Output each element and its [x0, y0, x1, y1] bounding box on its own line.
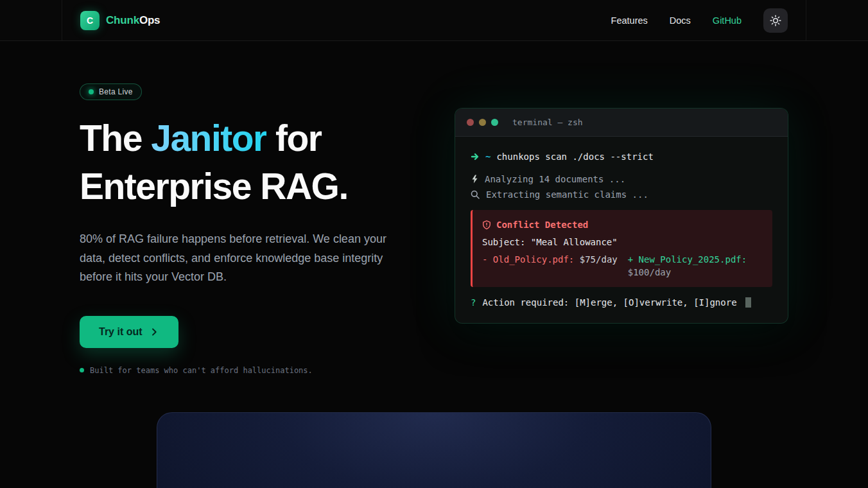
close-window-icon[interactable] — [467, 119, 474, 126]
conflict-title-row: Conflict Detected — [482, 218, 763, 231]
diff-added: + New_Policy_2025.pdf: $100/day — [628, 253, 754, 279]
nav-links: Features Docs GitHub — [611, 8, 788, 33]
terminal-window: terminal — zsh ~ chunkops scan ./docs --… — [455, 108, 788, 324]
terminal-cursor — [745, 297, 751, 308]
search-icon — [471, 190, 480, 199]
diff-removed-value: $75/day — [580, 254, 618, 265]
prompt-arrow-icon — [471, 153, 480, 161]
nav-container: C ChunkOps Features Docs GitHub — [62, 0, 806, 40]
title-pre: The — [80, 118, 151, 159]
action-text: Action required: [M]erge, [O]verwrite, [… — [482, 296, 736, 309]
analyzing-text: Analyzing 14 documents ... — [485, 173, 625, 186]
nav-link-features[interactable]: Features — [611, 15, 648, 26]
navbar: C ChunkOps Features Docs GitHub — [0, 0, 868, 41]
try-it-out-button[interactable]: Try it out — [80, 316, 178, 348]
conflict-title: Conflict Detected — [496, 218, 588, 231]
logo-letter: C — [87, 15, 93, 26]
sun-icon — [770, 15, 781, 26]
beta-live-dot-icon — [89, 89, 94, 94]
brand-name: ChunkOps — [106, 14, 160, 27]
brand-name-secondary: Ops — [139, 14, 160, 26]
diff-removed: - Old_Policy.pdf: $75/day — [482, 253, 618, 266]
nav-link-github[interactable]: GitHub — [713, 15, 742, 26]
hero-description: 80% of RAG failure happens before retrie… — [80, 230, 401, 286]
title-highlight: Janitor — [151, 118, 266, 159]
tagline-dot-icon — [80, 368, 84, 372]
prompt-path: ~ — [485, 150, 490, 163]
action-required-line: ? Action required: [M]erge, [O]verwrite,… — [471, 296, 772, 309]
minimize-window-icon[interactable] — [479, 119, 486, 126]
cta-label: Try it out — [99, 326, 143, 338]
hero-section: Beta Live The Janitor for Enterprise RAG… — [80, 83, 788, 375]
conflict-subject: Subject: "Meal Allowance" — [482, 236, 763, 248]
beta-badge-label: Beta Live — [99, 87, 133, 96]
theme-toggle-button[interactable] — [763, 8, 788, 33]
conflict-alert: Conflict Detected Subject: "Meal Allowan… — [471, 210, 772, 287]
terminal-title: terminal — zsh — [512, 118, 583, 127]
page-title: The Janitor for Enterprise RAG. — [80, 114, 401, 211]
command-text: chunkops scan ./docs --strict — [496, 150, 653, 163]
nav-link-docs[interactable]: Docs — [670, 15, 691, 26]
conflict-diff: - Old_Policy.pdf: $75/day + New_Policy_2… — [482, 253, 763, 279]
question-prompt: ? — [471, 296, 476, 309]
diff-added-value: $100/day — [628, 267, 671, 277]
command-line: ~ chunkops scan ./docs --strict — [471, 150, 772, 163]
hero-copy: Beta Live The Janitor for Enterprise RAG… — [80, 83, 430, 375]
terminal-titlebar: terminal — zsh — [455, 109, 788, 137]
hero-visual: terminal — zsh ~ chunkops scan ./docs --… — [455, 108, 788, 324]
brand[interactable]: C ChunkOps — [80, 11, 160, 30]
brand-name-primary: Chunk — [106, 14, 139, 26]
logo-badge: C — [80, 11, 100, 30]
shield-alert-icon — [482, 220, 491, 230]
extracting-text: Extracting semantic claims ... — [486, 188, 648, 201]
status-line-extracting: Extracting semantic claims ... — [471, 188, 772, 201]
maximize-window-icon[interactable] — [491, 119, 498, 126]
status-line-analyzing: Analyzing 14 documents ... — [471, 173, 772, 186]
tagline-text: Built for teams who can't afford halluci… — [90, 366, 313, 375]
diff-added-label: + New_Policy_2025.pdf: — [628, 254, 747, 265]
diff-removed-label: - Old_Policy.pdf: — [482, 254, 574, 265]
lightning-icon — [471, 175, 478, 184]
hero-tagline: Built for teams who can't afford halluci… — [80, 366, 430, 375]
terminal-body: ~ chunkops scan ./docs --strict Analyzin… — [455, 137, 788, 323]
beta-badge: Beta Live — [80, 83, 142, 100]
chevron-right-icon — [149, 327, 159, 337]
dashboard-preview-panel — [157, 412, 711, 488]
